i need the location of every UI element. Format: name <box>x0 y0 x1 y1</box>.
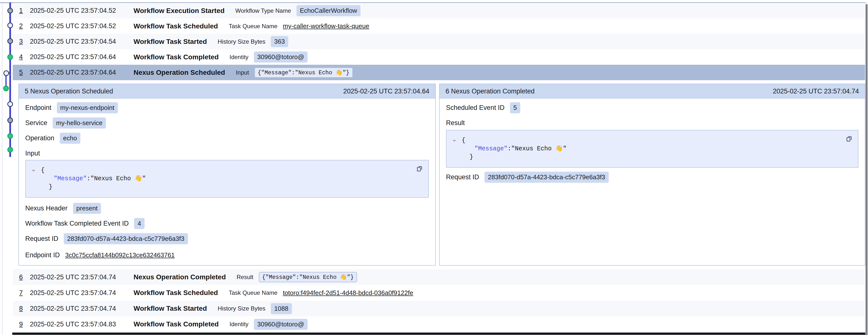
event-timestamp: 2025-02-25 UTC 23:57:04.83 <box>30 320 133 328</box>
copy-icon[interactable] <box>415 165 424 173</box>
event-id-link[interactable]: 3 <box>19 38 30 45</box>
detail-panel-header[interactable]: 5 Nexus Operation Scheduled 2025-02-25 U… <box>19 84 435 99</box>
event-id-link[interactable]: 2 <box>19 22 30 30</box>
event-row-5-selected[interactable]: 5 2025-02-25 UTC 23:57:04.64 Nexus Opera… <box>13 65 865 80</box>
json-line-message: "Message": "Nexus Echo 👋" <box>31 175 422 183</box>
event-attr-label: Workflow Type Name <box>235 7 291 14</box>
input-label: Input <box>25 149 429 158</box>
event-attr-label: Task Queue Name <box>229 23 277 30</box>
event-id-link[interactable]: 9 <box>19 320 30 328</box>
field-request-id: Request ID 283fd070-d57a-4423-bdca-c5c77… <box>446 172 859 182</box>
field-value-badge: present <box>73 203 101 214</box>
detail-panel-timestamp: 2025-02-25 UTC 23:57:04.64 <box>343 88 429 95</box>
event-timestamp: 2025-02-25 UTC 23:57:04.64 <box>30 69 133 76</box>
field-endpoint-id: Endpoint ID 3c0c75ccfa8144b092c13ce63246… <box>25 251 429 259</box>
event-attr-badge: 363 <box>271 36 288 47</box>
event-name: Workflow Task Started <box>133 305 207 312</box>
field-value-badge: 283fd070-d57a-4423-bdca-c5c779e6a3f3 <box>485 172 609 183</box>
result-label: Result <box>446 119 859 127</box>
json-open-brace: { <box>462 136 465 145</box>
field-value-badge: 5 <box>510 102 520 113</box>
field-value-badge: 283fd070-d57a-4423-bdca-c5c779e6a3f3 <box>64 233 188 244</box>
field-label: Request ID <box>25 235 58 243</box>
json-key: "Message" <box>474 145 507 153</box>
field-label: Service <box>25 119 47 127</box>
event-row-9[interactable]: 9 2025-02-25 UTC 23:57:04.83 Workflow Ta… <box>13 316 865 332</box>
field-label: Nexus Header <box>25 204 68 212</box>
detail-panel-title: 6 Nexus Operation Completed <box>445 88 534 95</box>
scrollbar-thumb[interactable] <box>866 4 868 335</box>
detail-panel-nexus-scheduled: 5 Nexus Operation Scheduled 2025-02-25 U… <box>19 84 436 266</box>
endpoint-id-link[interactable]: 3c0c75ccfa8144b092c13ce632463761 <box>65 251 175 259</box>
scrollbar-track[interactable] <box>865 2 868 335</box>
field-value-badge: echo <box>60 133 81 144</box>
json-value: "Nexus Echo 👋" <box>90 175 146 183</box>
detail-panel-timestamp: 2025-02-25 UTC 23:57:04.74 <box>773 88 859 95</box>
bottom-divider <box>12 333 866 335</box>
field-scheduled-event-id: Scheduled Event ID 5 <box>446 103 859 113</box>
field-label: Operation <box>25 134 54 142</box>
field-operation: Operation echo <box>25 133 429 143</box>
json-line-open: { <box>452 136 851 145</box>
copy-icon[interactable] <box>845 135 853 143</box>
event-attr-label: Result <box>237 274 253 281</box>
event-attr-label: Identity <box>229 321 248 328</box>
event-row-1[interactable]: 1 2025-02-25 UTC 23:57:04.52 Workflow Ex… <box>13 3 865 19</box>
timeline-dot-event-7[interactable] <box>7 101 13 107</box>
timeline-graph <box>0 0 19 335</box>
event-name: Workflow Task Completed <box>133 53 219 61</box>
collapse-chevron-icon[interactable] <box>31 168 36 173</box>
detail-panel-body: Scheduled Event ID 5 Result { "Message":… <box>440 99 865 265</box>
task-queue-link[interactable]: my-caller-workflow-task-queue <box>283 22 369 30</box>
detail-panel-nexus-completed: 6 Nexus Operation Completed 2025-02-25 U… <box>439 84 865 266</box>
collapse-chevron-icon[interactable] <box>452 138 457 143</box>
event-payload-badge: {"Message":"Nexus Echo 👋"} <box>254 67 353 78</box>
timeline-dot-event-6[interactable] <box>3 86 9 91</box>
event-id-link[interactable]: 5 <box>19 69 30 76</box>
event-timestamp: 2025-02-25 UTC 23:57:04.74 <box>30 289 133 297</box>
event-id-link[interactable]: 4 <box>19 53 30 61</box>
field-service: Service my-hello-service <box>25 118 429 128</box>
json-close-brace: } <box>469 153 473 161</box>
event-name: Workflow Task Completed <box>133 320 219 328</box>
field-value-badge: my-hello-service <box>53 117 106 129</box>
timeline-dot-event-3[interactable] <box>7 38 13 44</box>
json-key: "Message" <box>54 175 87 183</box>
event-id-link[interactable]: 6 <box>19 274 30 281</box>
timeline-dot-event-10[interactable] <box>7 147 13 152</box>
event-id-link[interactable]: 1 <box>19 7 30 15</box>
detail-panel-header[interactable]: 6 Nexus Operation Completed 2025-02-25 U… <box>440 84 865 99</box>
event-attr-label: History Size Bytes <box>218 38 266 45</box>
json-close-brace: } <box>49 183 53 191</box>
timeline-dot-event-2[interactable] <box>7 23 13 28</box>
timeline-dot-event-1[interactable] <box>7 8 13 13</box>
field-label: Workflow Task Completed Event ID <box>25 220 129 227</box>
result-payload-codeblock: { "Message": "Nexus Echo 👋" } <box>446 130 859 168</box>
timeline-dot-event-9[interactable] <box>7 133 13 139</box>
timeline-dot-event-5[interactable] <box>3 71 9 76</box>
event-attr-badge: 30960@totoro@ <box>254 319 308 330</box>
json-separator: : <box>507 145 511 153</box>
task-queue-link[interactable]: totoro:f494fecf-2d51-4d48-bdcd-036a0f912… <box>283 289 413 297</box>
event-attr-label: History Size Bytes <box>218 305 266 312</box>
json-open-brace: { <box>41 166 44 175</box>
event-row-7[interactable]: 7 2025-02-25 UTC 23:57:04.74 Workflow Ta… <box>13 285 865 301</box>
event-timestamp: 2025-02-25 UTC 23:57:04.64 <box>30 53 133 61</box>
event-name: Nexus Operation Scheduled <box>133 69 225 77</box>
detail-panel-body: Endpoint my-nexus-endpoint Service my-he… <box>19 99 435 265</box>
field-label: Endpoint ID <box>25 251 60 259</box>
event-row-6[interactable]: 6 2025-02-25 UTC 23:57:04.74 Nexus Opera… <box>13 269 865 285</box>
event-row-3[interactable]: 3 2025-02-25 UTC 23:57:04.54 Workflow Ta… <box>13 34 865 49</box>
timeline-dot-event-4[interactable] <box>7 54 13 60</box>
event-attr-label: Input <box>236 69 249 76</box>
json-line-close: } <box>31 183 422 191</box>
event-row-4[interactable]: 4 2025-02-25 UTC 23:57:04.64 Workflow Ta… <box>13 49 865 65</box>
event-row-8[interactable]: 8 2025-02-25 UTC 23:57:04.74 Workflow Ta… <box>13 301 865 316</box>
json-line-message: "Message": "Nexus Echo 👋" <box>452 145 851 153</box>
event-name: Workflow Task Scheduled <box>133 289 218 297</box>
event-id-link[interactable]: 8 <box>19 305 30 312</box>
event-id-link[interactable]: 7 <box>19 289 30 297</box>
timeline-dot-event-8[interactable] <box>7 117 13 123</box>
event-row-2[interactable]: 2 2025-02-25 UTC 23:57:04.52 Workflow Ta… <box>13 19 865 34</box>
event-timestamp: 2025-02-25 UTC 23:57:04.52 <box>30 22 133 30</box>
